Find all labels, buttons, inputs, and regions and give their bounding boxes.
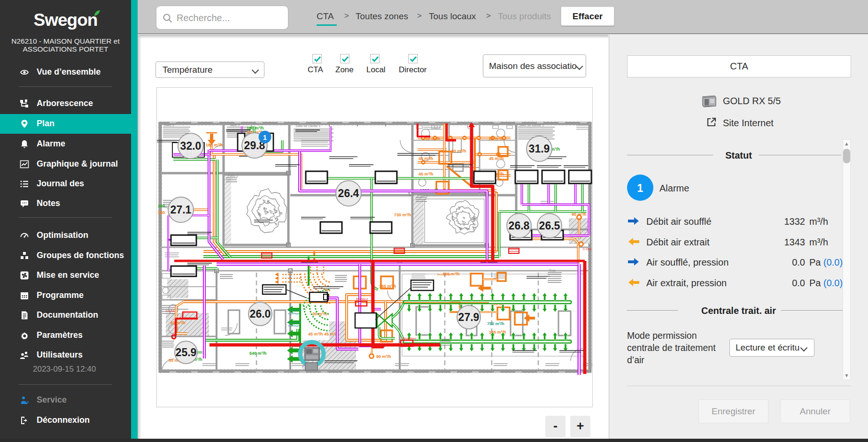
svg-text:Patio 1: Patio 1 [228, 174, 238, 177]
svg-text:180: 180 [158, 210, 165, 215]
svg-text:1: 1 [263, 133, 267, 141]
svg-text:730 m³/h: 730 m³/h [394, 213, 411, 217]
svg-text:165 m³/h: 165 m³/h [379, 284, 396, 289]
svg-text:Bouche de: Bouche de [288, 321, 302, 324]
svg-text:27.9: 27.9 [458, 311, 480, 323]
svg-text:C.CRA: C.CRA [166, 310, 175, 312]
svg-text:45 m³/h: 45 m³/h [418, 172, 434, 176]
svg-text:45 m³/h 45 m³/h: 45 m³/h 45 m³/h [308, 332, 339, 336]
svg-text:45 m³/h: 45 m³/h [418, 156, 434, 161]
svg-text:Salle de Danse 2: Salle de Danse 2 [519, 123, 544, 127]
svg-text:90 m³/h: 90 m³/h [376, 354, 391, 359]
svg-text:31.9: 31.9 [529, 143, 550, 155]
svg-text:180 m³/h: 180 m³/h [206, 143, 223, 147]
svg-text:Celle de: Celle de [492, 303, 503, 306]
svg-text:soufflage: soufflage [288, 324, 300, 327]
svg-text:26.0: 26.0 [250, 308, 271, 320]
svg-text:Salle 2: Salle 2 [230, 123, 240, 127]
svg-text:26.4: 26.4 [338, 187, 359, 199]
svg-text:Salle de Danse 1: Salle de Danse 1 [295, 124, 320, 128]
svg-text:Bouche de: Bouche de [437, 273, 451, 276]
svg-text:Répartiteur: Répartiteur [403, 337, 417, 340]
svg-text:26.5: 26.5 [539, 220, 560, 232]
svg-text:540 m³/h: 540 m³/h [249, 351, 267, 356]
svg-text:90 m³/h: 90 m³/h [451, 149, 466, 153]
svg-text:26.8: 26.8 [509, 220, 530, 232]
svg-text:Salle 3: Salle 3 [164, 123, 174, 127]
svg-text:25.9: 25.9 [176, 346, 197, 358]
svg-text:45 m³/h: 45 m³/h [489, 156, 504, 161]
svg-text:32.0: 32.0 [180, 140, 202, 152]
svg-text:27.1: 27.1 [170, 204, 192, 216]
svg-text:Patio 2: Patio 2 [418, 194, 428, 197]
svg-text:soufflage: soufflage [288, 312, 300, 315]
svg-text:60 m³/h: 60 m³/h [489, 137, 504, 141]
svg-text:750 m³/h: 750 m³/h [487, 321, 504, 326]
svg-text:C.CRA: C.CRA [583, 248, 592, 251]
svg-text:Dojo: Dojo [549, 269, 556, 273]
svg-text:Bouche de: Bouche de [288, 309, 302, 312]
svg-text:180: 180 [158, 204, 165, 208]
svg-text:Radiateur: Radiateur [356, 297, 368, 300]
svg-text:60 m³/h: 60 m³/h [170, 320, 186, 325]
